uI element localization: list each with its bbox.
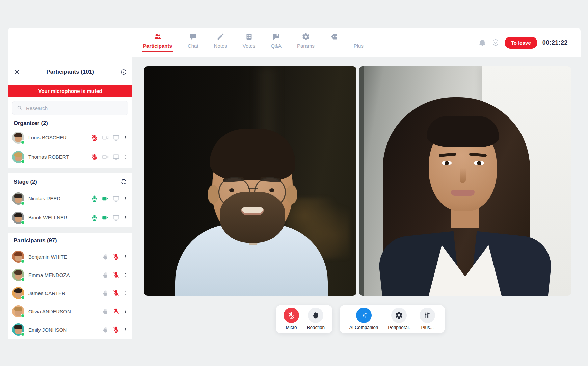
participant-row[interactable]: Louis BOSCHER [8,128,132,147]
nav-item-more-tag[interactable] [330,33,338,41]
top-bar: ParticipantsChatNotesVotesQ&AParamsPlus … [8,28,581,57]
online-status-dot [21,220,25,225]
participant-name: Louis BOSCHER [28,135,91,140]
leave-button[interactable]: To leave [505,37,537,49]
top-right-cluster: To leave 00:21:22 [478,28,568,57]
menu-icon[interactable] [123,308,128,315]
search-box [12,101,128,115]
camera-on-icon[interactable] [102,214,109,221]
screen-off-icon[interactable] [112,195,120,202]
avatar [12,212,24,224]
camera-off-icon[interactable] [102,153,109,161]
participant-row[interactable]: Emma MENDOZA [8,266,132,284]
hand-icon [308,308,323,323]
avatar [12,151,24,163]
menu-icon[interactable] [123,253,128,260]
menu-icon[interactable] [123,326,128,333]
section-title-stage: Stage (2) [14,179,37,185]
mic-muted-icon[interactable] [112,326,120,333]
screen-off-icon[interactable] [112,134,120,141]
participant-row[interactable]: Olivia ANDERSON [8,302,132,320]
online-status-dot [21,140,25,145]
toolbar-label: Reaction [307,325,325,330]
mic-on-icon[interactable] [91,214,98,221]
online-status-dot [21,332,25,336]
ballot-icon [245,33,253,41]
chat-icon [189,33,197,41]
online-status-dot [21,314,25,318]
menu-icon[interactable] [123,214,128,221]
nav-label: Notes [214,43,227,49]
search-input[interactable] [25,105,124,111]
peripheral-button[interactable]: Peripheral. [388,308,410,330]
mic-muted-icon[interactable] [91,153,98,161]
mic-muted-icon[interactable] [112,308,120,315]
mic-on-icon[interactable] [91,195,98,202]
menu-icon[interactable] [123,134,128,141]
ai-companion-button[interactable]: AI Companion [349,308,378,330]
nav-item-chat[interactable]: Chat [188,33,198,49]
nav-item-votes[interactable]: Votes [243,33,256,49]
mic-muted-icon[interactable] [91,134,98,141]
people-icon [154,33,162,41]
info-icon[interactable] [120,69,127,75]
mic-muted-icon[interactable] [112,253,120,260]
avatar [12,269,24,281]
refresh-icon[interactable] [120,178,127,185]
participant-row[interactable]: Thomas ROBERT [8,147,132,166]
participant-name: James CARTER [28,290,102,296]
shield-check-icon[interactable] [491,38,500,47]
hand-icon [102,308,109,315]
camera-off-icon[interactable] [102,134,109,141]
panel-title: Participants (101) [8,69,132,75]
participant-row[interactable]: Brook WELLNER [8,208,132,227]
menu-icon[interactable] [123,271,128,279]
hand-icon [102,253,109,260]
sparkles-icon [356,308,372,323]
menu-icon[interactable] [123,289,128,297]
muted-banner: Your microphone is muted [8,85,132,97]
hand-icon [102,289,109,297]
nav-item-participants[interactable]: Participants [143,33,172,49]
gear-icon [391,308,407,323]
online-status-dot [21,201,25,205]
participant-row[interactable]: Emily JONHSON [8,320,132,339]
pencil-icon [216,33,224,41]
avatar [12,305,24,317]
search-icon [17,105,23,111]
mic-muted-icon[interactable] [112,271,120,279]
hand-icon [102,271,109,279]
nav-item-notes[interactable]: Notes [214,33,227,49]
avatar [12,132,24,144]
camera-on-icon[interactable] [102,195,109,202]
micro-button[interactable]: Micro [284,308,299,330]
participant-row[interactable]: Benjamin WHITE [8,247,132,266]
toolbar-label: Peripheral. [388,325,410,330]
person-2-face [429,121,497,211]
close-icon[interactable] [14,69,20,75]
section-title-participants: Participants (97) [14,237,57,244]
participant-row[interactable]: Nicolas REED [8,189,132,208]
gear-icon [302,33,310,41]
participant-row[interactable]: James CARTER [8,284,132,302]
bell-icon[interactable] [478,38,486,47]
nav-label: Params [297,43,315,49]
menu-icon[interactable] [123,195,128,202]
toolbar-label: AI Companion [349,325,378,330]
nav-item-qa[interactable]: Q&A [271,33,282,49]
screen-off-icon[interactable] [112,214,120,221]
nav-label: Q&A [271,43,282,49]
mic-muted-icon[interactable] [112,289,120,297]
menu-icon[interactable] [123,153,128,161]
nav-item-plus[interactable]: Plus [354,33,364,49]
person-1-face [212,134,293,240]
nav-item-params[interactable]: Params [297,33,315,49]
main-nav: ParticipantsChatNotesVotesQ&AParamsPlus [143,33,364,49]
participant-name: Emma MENDOZA [28,272,102,278]
screen-off-icon[interactable] [112,153,120,161]
online-status-dot [21,277,25,282]
reaction-button[interactable]: Reaction [307,308,325,330]
sliders-icon [420,308,435,323]
ellipsis-tag-icon [330,33,338,41]
plus-button[interactable]: Plus... [420,308,435,330]
